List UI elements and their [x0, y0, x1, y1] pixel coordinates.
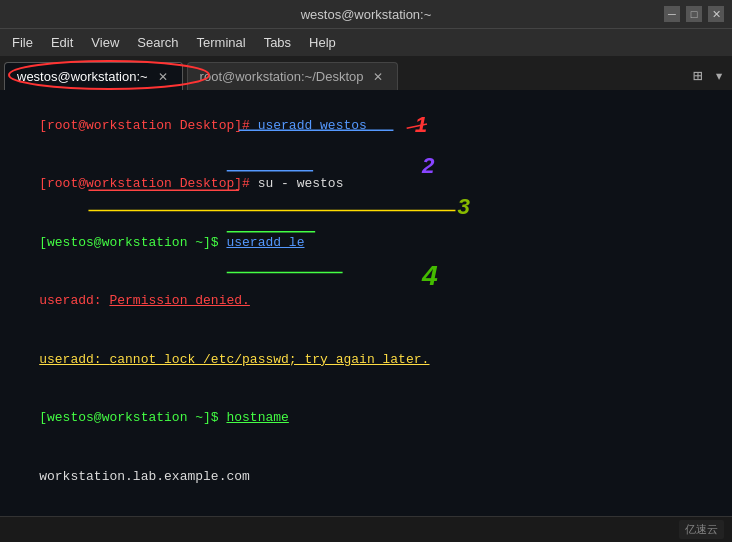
- terminal-line-5: useradd: cannot lock /etc/passwd; try ag…: [8, 330, 724, 389]
- terminal-line-7: workstation.lab.example.com: [8, 447, 724, 506]
- prompt-user-2: [westos@workstation ~]$: [39, 410, 226, 425]
- status-bar: 亿速云: [0, 516, 732, 542]
- menu-search[interactable]: Search: [129, 32, 186, 53]
- tab-root-desktop-label: root@workstation:~/Desktop: [200, 69, 364, 84]
- cmd-useradd-le: useradd le: [226, 235, 304, 250]
- tab-westos-close[interactable]: ✕: [156, 70, 170, 84]
- terminal-line-6: [westos@workstation ~]$ hostname: [8, 389, 724, 448]
- menu-file[interactable]: File: [4, 32, 41, 53]
- tab-actions: ⊞ ▾: [689, 66, 728, 90]
- title-bar: westos@workstation:~ ─ □ ✕: [0, 0, 732, 28]
- menu-terminal[interactable]: Terminal: [189, 32, 254, 53]
- cmd-hostname: hostname: [226, 410, 288, 425]
- watermark-text: 亿速云: [679, 520, 724, 539]
- terminal-line-8: [westos@workstation ~]$ which useradd: [8, 506, 724, 517]
- close-button[interactable]: ✕: [708, 6, 724, 22]
- tab-bar: westos@workstation:~ ✕ root@workstation:…: [0, 56, 732, 90]
- menu-edit[interactable]: Edit: [43, 32, 81, 53]
- menu-bar: File Edit View Search Terminal Tabs Help: [0, 28, 732, 56]
- prompt-root-1: [root@workstation Desktop]#: [39, 118, 257, 133]
- menu-view[interactable]: View: [83, 32, 127, 53]
- menu-help[interactable]: Help: [301, 32, 344, 53]
- tab-root-desktop-close[interactable]: ✕: [371, 70, 385, 84]
- prompt-user-1: [westos@workstation ~]$: [39, 235, 226, 250]
- tab-dropdown-button[interactable]: ▾: [710, 66, 728, 86]
- minimize-button[interactable]: ─: [664, 6, 680, 22]
- window-controls: ─ □ ✕: [664, 6, 724, 22]
- tab-westos[interactable]: westos@workstation:~ ✕: [4, 62, 183, 90]
- terminal-line-1: [root@workstation Desktop]# useradd west…: [8, 96, 724, 155]
- tab-root-desktop[interactable]: root@workstation:~/Desktop ✕: [187, 62, 399, 90]
- output-permission-denied: useradd: Permission denied.: [39, 293, 250, 308]
- output-cannot-lock: useradd: cannot lock /etc/passwd; try ag…: [39, 352, 429, 367]
- terminal[interactable]: [root@workstation Desktop]# useradd west…: [0, 90, 732, 516]
- tab-westos-label: westos@workstation:~: [17, 69, 148, 84]
- cmd-useradd-westos: useradd westos: [258, 118, 367, 133]
- terminal-line-3: [westos@workstation ~]$ useradd le: [8, 213, 724, 272]
- output-hostname: workstation.lab.example.com: [39, 469, 250, 484]
- window-title: westos@workstation:~: [301, 7, 432, 22]
- maximize-button[interactable]: □: [686, 6, 702, 22]
- menu-tabs[interactable]: Tabs: [256, 32, 299, 53]
- new-tab-button[interactable]: ⊞: [689, 66, 707, 86]
- prompt-root-2: [root@workstation Desktop]#: [39, 176, 257, 191]
- terminal-line-2: [root@workstation Desktop]# su - westos: [8, 155, 724, 214]
- terminal-line-4: useradd: Permission denied.: [8, 272, 724, 331]
- cmd-su-westos: su - westos: [258, 176, 344, 191]
